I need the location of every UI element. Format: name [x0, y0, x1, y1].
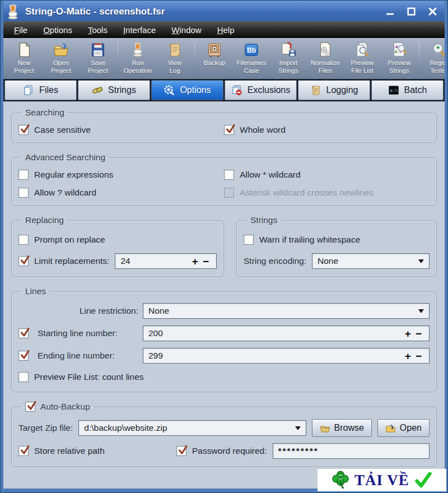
checkbox-prompt-on-replace[interactable]: Prompt on replace [18, 235, 105, 245]
tab-label: Logging [326, 85, 358, 95]
checkbox-box[interactable] [18, 188, 29, 198]
tab-strings[interactable]: Strings [78, 80, 150, 100]
checkbox-allow-star-wildcard[interactable]: Allow * wildcard [224, 170, 430, 180]
checkbox-case-sensitive[interactable]: Case sensitive [18, 125, 224, 135]
browse-label: Browse [334, 423, 364, 433]
toolbar-preview-strings[interactable]: A X -Y Preview Strings [381, 41, 418, 75]
target-zip-value: d:\backup\website.zip [84, 423, 290, 433]
toolbar-new-project[interactable]: New Project [6, 41, 43, 75]
toolbar-preview-file-list[interactable]: Preview File List [344, 41, 381, 75]
toolbar-import-strings[interactable]: Import Strings [270, 41, 307, 75]
toolbar-filenames-case[interactable]: Bb Filenames Case [233, 41, 270, 75]
tab-bar: Files Strings Options Exclusi [3, 79, 445, 101]
open-label: Open [400, 423, 422, 433]
close-button[interactable] [428, 7, 437, 16]
menu-options[interactable]: Options [36, 23, 80, 37]
group-auto-backup: Auto-Backup Target Zip file: d:\backup\w… [11, 402, 437, 467]
menu-file[interactable]: File [7, 23, 35, 37]
tab-logging[interactable]: Logging [298, 80, 370, 100]
open-project-icon [53, 41, 69, 58]
string-encoding-select[interactable]: None [312, 253, 430, 269]
increment-button[interactable]: + [190, 256, 200, 267]
chain-link-icon [92, 85, 103, 96]
filenames-case-icon: Bb [243, 41, 260, 58]
group-title: Auto-Backup [40, 402, 90, 412]
line-restriction-select[interactable]: None [143, 303, 430, 319]
group-title: Advanced Searching [25, 152, 105, 162]
toolbar-view-log[interactable]: View Log [156, 41, 193, 75]
menu-help[interactable]: Help [210, 23, 242, 37]
toolbar-open-project[interactable]: Open Project [43, 41, 80, 75]
increment-button[interactable]: + [403, 328, 413, 339]
checkbox-box[interactable] [18, 256, 29, 266]
checkbox-box[interactable] [224, 125, 234, 135]
string-encoding-value: None [318, 256, 414, 266]
check-icon [19, 445, 30, 456]
ending-line-input[interactable]: 299 + − [143, 348, 430, 364]
checkbox-box[interactable] [18, 372, 29, 382]
password-input[interactable]: ********* [273, 443, 430, 459]
toolbar-backup[interactable]: Backup [196, 41, 233, 67]
new-project-icon [16, 41, 32, 58]
checkbox-asterisk-crosses-newlines: Asterisk wildcard crosses newlines [224, 188, 430, 198]
starting-line-input[interactable]: 200 + − [143, 325, 430, 341]
preview-strings-icon: A X -Y [391, 41, 408, 58]
green-check-icon [414, 472, 432, 488]
blender-app-icon [6, 4, 20, 20]
svg-text:Bb: Bb [247, 46, 256, 54]
tab-options[interactable]: Options [151, 80, 223, 100]
line-restriction-label: Line restriction: [38, 306, 138, 316]
checkbox-starting-line[interactable] [18, 328, 29, 338]
checkbox-preview-count-lines[interactable]: Preview File List: count lines [18, 372, 144, 382]
starting-line-value: 200 [148, 328, 403, 338]
decrement-button[interactable]: − [200, 256, 211, 267]
toolbar-regex-tester[interactable]: * Regex Tester [421, 41, 445, 75]
menu-interface[interactable]: Interface [116, 23, 163, 37]
checkbox-whole-word[interactable]: Whole word [224, 125, 430, 135]
window-controls [385, 7, 437, 16]
group-lines: Lines Line restriction: None Starting li… [11, 286, 437, 392]
checkbox-box[interactable] [18, 125, 29, 135]
group-title: Searching [25, 108, 64, 118]
checkbox-store-relative-path[interactable]: Store relative path [18, 446, 171, 456]
checkbox-box[interactable] [18, 446, 29, 456]
menu-window[interactable]: Window [164, 23, 208, 37]
menu-tools[interactable]: Tools [81, 23, 115, 37]
toolbar: New Project Open Project Save Project [3, 38, 445, 79]
increment-button[interactable]: + [403, 351, 413, 361]
limit-replacements-input[interactable]: 24 + − [115, 253, 217, 269]
checkbox-ending-line[interactable] [18, 351, 29, 361]
checkbox-box[interactable] [18, 235, 29, 245]
checkbox-warn-trailing-whitespace[interactable]: Warn if trailing whitespace [244, 235, 360, 245]
tab-batch[interactable]: c:\ Batch [371, 80, 444, 100]
options-panel: Searching Case sensitive Whole word Ad [3, 101, 445, 489]
tab-label: Exclusions [248, 85, 290, 95]
tab-label: Files [39, 85, 58, 95]
minimize-button[interactable] [385, 7, 394, 16]
checkbox-box[interactable] [244, 235, 254, 245]
checkbox-limit-replacements[interactable]: Limit replacements: [18, 256, 109, 266]
password-value: ********* [278, 446, 424, 456]
tab-label: Batch [404, 85, 427, 95]
toolbar-normalize-files[interactable]: Normalize Files [307, 41, 344, 75]
decrement-button[interactable]: − [413, 328, 424, 339]
checkbox-regular-expressions[interactable]: Regular expressions [18, 170, 224, 180]
target-zip-combobox[interactable]: d:\backup\website.zip [78, 420, 306, 436]
tab-exclusions[interactable]: Exclusions [225, 80, 297, 100]
chevron-down-icon [295, 426, 301, 430]
checkbox-box[interactable] [18, 170, 29, 180]
checkbox-box[interactable] [224, 170, 234, 180]
open-button[interactable]: Open [377, 419, 430, 437]
maximize-button[interactable] [407, 7, 416, 16]
checkbox-password-required[interactable]: Password required: [176, 446, 267, 456]
decrement-button[interactable]: − [413, 351, 424, 361]
checkbox-box[interactable] [176, 446, 186, 456]
browse-button[interactable]: Browse [312, 419, 372, 437]
toolbar-save-project[interactable]: Save Project [80, 41, 116, 75]
tab-files[interactable]: Files [4, 80, 77, 100]
toolbar-run-operation[interactable]: Run Operation [119, 41, 156, 75]
minimize-icon [386, 7, 394, 16]
preview-file-list-icon [354, 41, 371, 58]
checkbox-auto-backup[interactable] [25, 402, 35, 412]
checkbox-allow-question-wildcard[interactable]: Allow ? wildcard [18, 188, 224, 198]
